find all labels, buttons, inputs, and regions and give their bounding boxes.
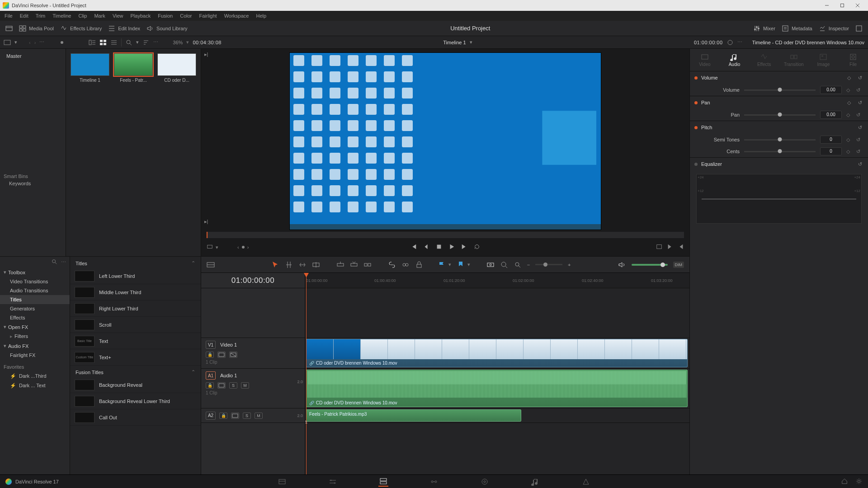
lock-track-icon[interactable]: 🔒 [219,413,227,419]
reset-icon[interactable]: ↺ [856,87,862,93]
fx-tree-item[interactable]: Effects [0,313,70,322]
view-list-icon[interactable] [110,39,118,46]
favorite-item[interactable]: ⚡Dark ...Third [0,371,70,381]
title-item[interactable]: Left Lower Third [70,268,201,284]
page-fusion-icon[interactable] [429,477,439,487]
viewer-scrubber[interactable] [207,232,684,238]
keyframe-icon[interactable]: ◇ [846,137,852,143]
library-icon[interactable] [5,25,13,32]
video-clip[interactable]: CD oder DVD brennen Windows 10.mov [306,339,688,367]
loop-button[interactable] [474,244,480,251]
collapse-icon[interactable]: ⌃ [191,260,195,266]
match-frame-end-icon[interactable]: ▸| [203,219,209,225]
inspector-tab-file[interactable]: File [840,53,867,67]
match-frame-icon[interactable]: ▸| [203,52,209,57]
reset-icon[interactable]: ↺ [856,149,862,155]
menu-timeline[interactable]: Timeline [52,13,71,19]
timeline-settings-icon[interactable] [486,261,495,269]
timeline-view-icon[interactable] [207,261,215,269]
page-color-icon[interactable] [480,477,490,487]
nav-back-icon[interactable]: ‹ [29,40,31,45]
fusion-title-item[interactable]: Call Out [70,409,201,426]
title-item[interactable]: Right Lower Third [70,300,201,317]
timeline-view-options-icon[interactable] [726,39,734,46]
fx-tree-item-titles[interactable]: Titles [0,295,70,304]
next-clip-icon[interactable] [667,244,673,251]
trim-tool-icon[interactable] [285,261,293,269]
volume-header[interactable]: Volume [701,75,842,80]
audio-clip[interactable]: Feels - Patrick Patrikios.mp3 [306,409,521,422]
chain-icon[interactable] [401,261,410,269]
keyframe-icon[interactable]: ◇ [845,100,853,106]
mute-button[interactable]: M [255,413,263,419]
semitones-slider[interactable] [744,139,816,141]
auto-select-icon[interactable] [217,382,226,389]
window-close-button[interactable] [850,1,865,10]
go-start-button[interactable] [410,244,417,251]
keyframe-icon[interactable]: ◇ [846,87,852,93]
menu-trim[interactable]: Trim [36,13,46,19]
full-screen-icon[interactable] [855,25,863,32]
zoom-in-button[interactable]: + [568,262,571,267]
solo-button[interactable]: S [243,413,251,419]
disable-video-icon[interactable] [229,352,237,358]
pan-value[interactable]: 0.00 [820,111,842,119]
blade-tool-icon[interactable] [312,261,320,269]
overwrite-clip-icon[interactable] [350,261,358,269]
collapse-icon[interactable]: ⌃ [191,369,195,375]
window-minimize-button[interactable] [819,1,835,10]
zoom-icon[interactable] [500,261,508,269]
menu-workspace[interactable]: Workspace [224,13,249,19]
page-media-icon[interactable] [277,477,287,487]
sound-library-toggle[interactable]: Sound Library [146,25,188,32]
track-badge-a1[interactable]: A1 [206,371,216,380]
track-name-a1[interactable]: Audio 1 [220,373,237,378]
volume-slider[interactable] [744,89,816,91]
next-edit-icon[interactable]: › [247,244,249,250]
window-maximize-button[interactable] [835,1,850,10]
menu-edit[interactable]: Edit [20,13,28,19]
selection-tool-icon[interactable] [271,261,279,269]
lock-track-icon[interactable]: 🔒 [206,352,214,358]
cents-slider[interactable] [744,151,816,152]
volume-value[interactable]: 0.00 [820,86,842,94]
smart-bin-keywords[interactable]: Keywords [4,179,62,188]
fx-tree-item[interactable]: Audio Transitions [0,286,70,295]
timeline-playhead-tc[interactable]: 01:00:00:00 [201,273,305,288]
semitones-value[interactable]: 0 [820,136,842,144]
menu-playback[interactable]: Playback [131,13,151,19]
pan-slider[interactable] [744,114,816,116]
view-thumb-icon[interactable] [99,39,107,46]
fusion-title-item[interactable]: Background Reveal Lower Third [70,393,201,409]
overflow-icon-3[interactable]: ⋯ [737,39,742,45]
menu-color[interactable]: Color [180,13,192,19]
timeline-ruler[interactable]: 01:00:00:00 01:00:40:00 01:01:20:00 01:0… [305,273,689,288]
chevron-down-icon[interactable]: ▾ [14,39,17,45]
reset-icon[interactable]: ↺ [856,161,863,167]
fx-section-fusion[interactable]: Fusion Titles [75,370,104,375]
track-badge-v1[interactable]: V1 [206,341,216,349]
overflow-icon-2[interactable]: ⋯ [153,39,158,45]
title-item[interactable]: Scroll [70,317,201,333]
equalizer-graph[interactable]: +24 +12 +24 +12 [696,174,862,224]
fx-tree-toolbox[interactable]: ▾Toolbox [0,267,70,277]
auto-select-icon[interactable] [231,413,239,419]
search-icon[interactable] [125,39,132,46]
pan-header[interactable]: Pan [701,100,842,105]
lock-track-icon[interactable]: 🔒 [206,382,214,389]
timeline-zoom-slider[interactable] [535,264,562,265]
program-viewer[interactable] [289,52,601,230]
metadata-toggle[interactable]: Metadata [782,25,812,32]
title-item[interactable]: Basic TitleText [70,333,201,349]
replace-clip-icon[interactable] [363,261,372,269]
viewer-zoom[interactable]: 36% [173,40,183,45]
sort-icon[interactable] [142,39,150,46]
fx-tree-item[interactable]: ▸Filters [0,332,70,341]
clip-thumb[interactable]: Timeline 1 [71,53,109,252]
menu-clip[interactable]: Clip [78,13,87,19]
track-name-v1[interactable]: Video 1 [220,342,237,347]
menu-fusion[interactable]: Fusion [158,13,173,19]
menu-fairlight[interactable]: Fairlight [199,13,217,19]
home-icon[interactable] [841,478,848,486]
page-edit-icon[interactable] [378,477,388,487]
